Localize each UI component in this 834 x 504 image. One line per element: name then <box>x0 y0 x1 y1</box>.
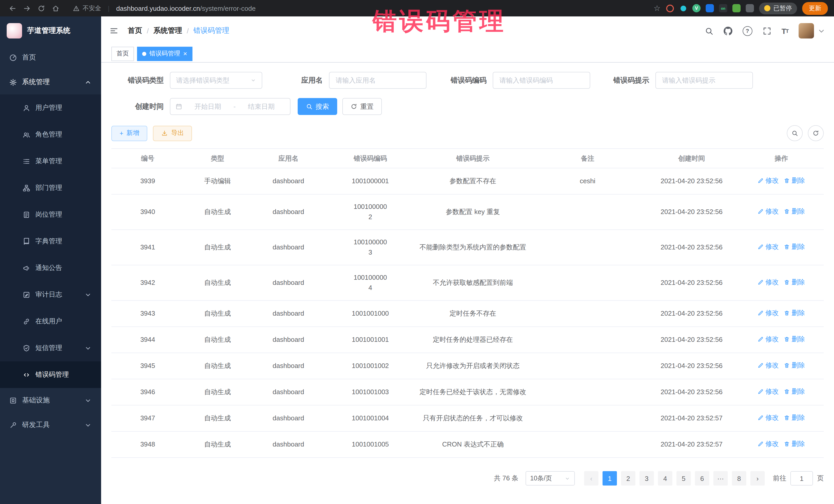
extension-icon-4[interactable] <box>706 4 714 12</box>
delete-link[interactable]: 删除 <box>784 277 805 287</box>
edit-link[interactable]: 修改 <box>758 242 779 252</box>
paused-badge[interactable]: 已暂停 <box>759 2 797 14</box>
app-name-input[interactable] <box>329 72 426 89</box>
delete-link[interactable]: 删除 <box>784 413 805 423</box>
tab-error-code-management[interactable]: 错误码管理 × <box>137 46 192 61</box>
next-page-button[interactable]: › <box>750 471 765 485</box>
screen: 错误码管理 不安全 | dashboard.yudao.iocoder.cn/s… <box>0 0 834 504</box>
sidebar-item-menu-management[interactable]: 菜单管理 <box>0 148 101 175</box>
sidebar-toggle-button[interactable] <box>109 26 118 36</box>
export-button[interactable]: 导出 <box>153 126 192 141</box>
edit-link[interactable]: 修改 <box>758 277 779 287</box>
sidebar-item-system-management[interactable]: 系统管理 <box>0 70 101 94</box>
cell-hint: 不允许获取敏感配置到前端 <box>415 265 531 301</box>
edit-link[interactable]: 修改 <box>758 176 779 186</box>
page-button-3[interactable]: 3 <box>639 471 654 485</box>
cell-type: 自动生成 <box>184 194 251 230</box>
fullscreen-icon[interactable] <box>762 26 771 35</box>
help-icon[interactable]: ? <box>742 26 752 36</box>
extension-icon-7[interactable] <box>746 4 754 12</box>
date-range-picker[interactable]: 开始日期 - 结束日期 <box>170 98 290 115</box>
delete-link[interactable]: 删除 <box>784 387 805 397</box>
sidebar-item-dict-management[interactable]: 字典管理 <box>0 228 101 255</box>
edit-link[interactable]: 修改 <box>758 439 779 449</box>
sidebar-item-sms-management[interactable]: 短信管理 <box>0 335 101 361</box>
security-indicator[interactable]: 不安全 <box>73 4 101 13</box>
sidebar-item-audit-log[interactable]: 审计日志 <box>0 281 101 308</box>
browser-back-button[interactable] <box>6 2 19 14</box>
page-button-6[interactable]: 6 <box>695 471 709 485</box>
browser-home-button[interactable] <box>49 2 62 14</box>
delete-link[interactable]: 删除 <box>784 360 805 371</box>
sidebar-item-notice[interactable]: 通知公告 <box>0 255 101 281</box>
refresh-table-button[interactable] <box>808 125 824 141</box>
reset-button[interactable]: 重置 <box>342 98 382 115</box>
edit-link[interactable]: 修改 <box>758 206 779 217</box>
sidebar-item-user-management[interactable]: 用户管理 <box>0 94 101 121</box>
tab-home[interactable]: 首页 <box>111 46 134 61</box>
page-button-5[interactable]: 5 <box>676 471 691 485</box>
page-button-8[interactable]: 8 <box>732 471 746 485</box>
page-button-1[interactable]: 1 <box>602 471 617 485</box>
sidebar-item-role-management[interactable]: 角色管理 <box>0 121 101 148</box>
avatar <box>798 23 814 39</box>
sidebar-item-error-code-management[interactable]: 错误码管理 <box>0 361 101 388</box>
edit-link[interactable]: 修改 <box>758 413 779 423</box>
cell-type: 自动生成 <box>184 353 251 379</box>
browser-update-button[interactable]: 更新 <box>802 2 828 15</box>
bookmark-star-icon[interactable]: ☆ <box>654 4 660 13</box>
chevron-down-icon <box>565 476 570 481</box>
github-icon[interactable] <box>723 26 732 35</box>
sidebar-item-home[interactable]: 首页 <box>0 45 101 70</box>
sidebar-item-post-management[interactable]: 岗位管理 <box>0 201 101 228</box>
delete-link[interactable]: 删除 <box>784 334 805 344</box>
breadcrumb-system[interactable]: 系统管理 <box>153 26 182 36</box>
cell-remark <box>531 379 644 405</box>
page-more-button[interactable]: ··· <box>714 471 728 485</box>
extension-icon-5[interactable]: on <box>719 4 727 12</box>
wrench-icon <box>9 421 17 429</box>
cell-app: dashboard <box>251 327 326 353</box>
browser-forward-button[interactable] <box>21 2 33 14</box>
tab-close-icon[interactable]: × <box>183 50 187 57</box>
address-bar[interactable]: dashboard.yudao.iocoder.cn/system/error-… <box>116 4 256 12</box>
prev-page-button[interactable]: ‹ <box>584 471 598 485</box>
add-button[interactable]: + 新增 <box>111 126 148 141</box>
delete-link[interactable]: 删除 <box>784 206 805 217</box>
search-button[interactable]: 搜索 <box>298 98 337 115</box>
extension-icon-2[interactable] <box>679 4 687 12</box>
delete-link[interactable]: 删除 <box>784 308 805 318</box>
extension-icon-3[interactable]: V <box>692 4 701 12</box>
sidebar-item-dept-management[interactable]: 部门管理 <box>0 175 101 201</box>
error-hint-input[interactable] <box>655 72 753 89</box>
extension-icon-6[interactable] <box>732 4 741 12</box>
user-menu[interactable] <box>798 23 826 39</box>
cell-app: dashboard <box>251 379 326 405</box>
browser-reload-button[interactable] <box>35 2 47 14</box>
show-search-button[interactable] <box>787 125 803 141</box>
edit-link[interactable]: 修改 <box>758 308 779 318</box>
font-size-icon[interactable]: TT <box>782 26 788 35</box>
sidebar-item-dev-tools[interactable]: 研发工具 <box>0 413 101 437</box>
page-size-select[interactable]: 10条/页 <box>526 471 575 485</box>
sidebar-item-infrastructure[interactable]: 基础设施 <box>0 388 101 413</box>
extension-icon-1[interactable] <box>666 4 674 12</box>
cell-ops: 修改删除 <box>739 431 824 458</box>
page-button-2[interactable]: 2 <box>621 471 635 485</box>
edit-link[interactable]: 修改 <box>758 360 779 371</box>
error-type-placeholder: 请选择错误码类型 <box>176 76 229 85</box>
edit-link[interactable]: 修改 <box>758 334 779 344</box>
edit-link[interactable]: 修改 <box>758 387 779 397</box>
goto-page-input[interactable] <box>790 471 813 485</box>
error-code-input[interactable] <box>493 72 590 89</box>
delete-link[interactable]: 删除 <box>784 242 805 252</box>
delete-link[interactable]: 删除 <box>784 439 805 449</box>
list-icon <box>23 157 30 165</box>
page-button-4[interactable]: 4 <box>658 471 672 485</box>
delete-link[interactable]: 删除 <box>784 176 805 186</box>
sidebar-item-online-users[interactable]: 在线用户 <box>0 308 101 335</box>
breadcrumb-home[interactable]: 首页 <box>128 26 142 36</box>
cell-app: dashboard <box>251 230 326 265</box>
header-search-icon[interactable] <box>704 26 713 35</box>
error-type-select[interactable]: 请选择错误码类型 <box>170 72 262 89</box>
